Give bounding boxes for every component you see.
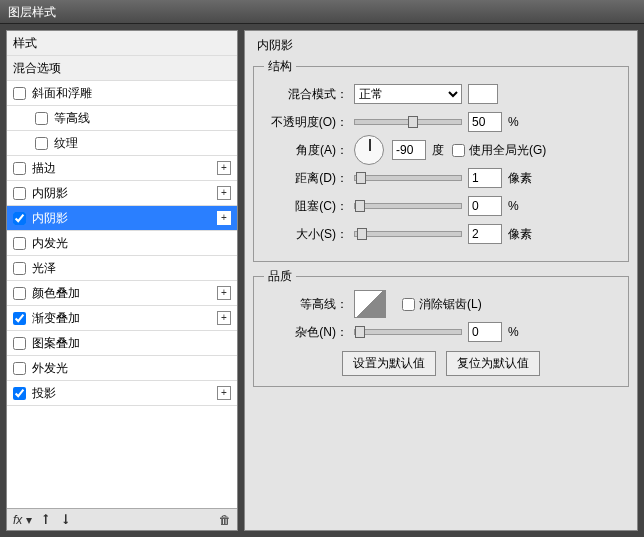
size-label: 大小(S)： — [264, 226, 354, 243]
add-effect-icon[interactable]: + — [217, 286, 231, 300]
quality-legend: 品质 — [264, 268, 296, 285]
fx-label: fx — [13, 513, 22, 527]
style-checkbox[interactable] — [13, 287, 26, 300]
move-up-icon[interactable]: 🠕 — [40, 513, 52, 527]
opacity-label: 不透明度(O)： — [264, 114, 354, 131]
titlebar: 图层样式 — [0, 0, 644, 24]
blend-mode-row: 混合模式： 正常 — [264, 83, 618, 105]
default-buttons-row: 设置为默认值 复位为默认值 — [264, 351, 618, 376]
style-checkbox[interactable] — [13, 312, 26, 325]
style-checkbox[interactable] — [35, 137, 48, 150]
dialog-content: 样式 混合选项 斜面和浮雕等高线纹理描边+内阴影+内阴影+内发光光泽颜色叠加+渐… — [0, 24, 644, 537]
distance-input[interactable] — [468, 168, 502, 188]
style-item-label: 等高线 — [54, 110, 90, 127]
contour-row: 等高线： 消除锯齿(L) — [264, 293, 618, 315]
make-default-button[interactable]: 设置为默认值 — [342, 351, 436, 376]
add-effect-icon[interactable]: + — [217, 211, 231, 225]
style-item[interactable]: 纹理 — [7, 131, 237, 156]
layer-style-dialog: 图层样式 样式 混合选项 斜面和浮雕等高线纹理描边+内阴影+内阴影+内发光光泽颜… — [0, 0, 644, 537]
style-item[interactable]: 斜面和浮雕 — [7, 81, 237, 106]
style-item[interactable]: 等高线 — [7, 106, 237, 131]
antialias-option[interactable]: 消除锯齿(L) — [402, 296, 482, 313]
choke-input[interactable] — [468, 196, 502, 216]
contour-picker[interactable] — [354, 290, 386, 318]
noise-label: 杂色(N)： — [264, 324, 354, 341]
style-checkbox[interactable] — [35, 112, 48, 125]
opacity-slider[interactable] — [354, 119, 462, 125]
angle-row: 角度(A)： 度 使用全局光(G) — [264, 139, 618, 161]
antialias-checkbox[interactable] — [402, 298, 415, 311]
style-item[interactable]: 颜色叠加+ — [7, 281, 237, 306]
style-item[interactable]: 渐变叠加+ — [7, 306, 237, 331]
style-checkbox[interactable] — [13, 362, 26, 375]
styles-list: 样式 混合选项 斜面和浮雕等高线纹理描边+内阴影+内阴影+内发光光泽颜色叠加+渐… — [7, 31, 237, 508]
styles-header[interactable]: 样式 — [7, 31, 237, 56]
style-checkbox[interactable] — [13, 387, 26, 400]
style-item-label: 渐变叠加 — [32, 310, 80, 327]
choke-row: 阻塞(C)： % — [264, 195, 618, 217]
noise-row: 杂色(N)： % — [264, 321, 618, 343]
distance-row: 距离(D)： 像素 — [264, 167, 618, 189]
blend-mode-label: 混合模式： — [264, 86, 354, 103]
style-item[interactable]: 内阴影+ — [7, 206, 237, 231]
style-item-label: 纹理 — [54, 135, 78, 152]
window-title: 图层样式 — [8, 5, 56, 19]
style-item[interactable]: 内阴影+ — [7, 181, 237, 206]
add-effect-icon[interactable]: + — [217, 386, 231, 400]
angle-dial[interactable] — [354, 135, 384, 165]
global-light-label: 使用全局光(G) — [469, 142, 546, 159]
angle-input[interactable] — [392, 140, 426, 160]
delete-icon[interactable]: 🗑 — [219, 513, 231, 527]
style-item-label: 内发光 — [32, 235, 68, 252]
style-item-label: 图案叠加 — [32, 335, 80, 352]
style-item[interactable]: 内发光 — [7, 231, 237, 256]
fx-menu[interactable]: fx ▾ — [13, 513, 32, 527]
structure-legend: 结构 — [264, 58, 296, 75]
move-down-icon[interactable]: 🠗 — [60, 513, 72, 527]
size-input[interactable] — [468, 224, 502, 244]
style-checkbox[interactable] — [13, 237, 26, 250]
style-checkbox[interactable] — [13, 87, 26, 100]
noise-slider[interactable] — [354, 329, 462, 335]
styles-panel: 样式 混合选项 斜面和浮雕等高线纹理描边+内阴影+内阴影+内发光光泽颜色叠加+渐… — [6, 30, 238, 531]
blend-mode-select[interactable]: 正常 — [354, 84, 462, 104]
size-slider[interactable] — [354, 231, 462, 237]
global-light-option[interactable]: 使用全局光(G) — [452, 142, 546, 159]
distance-slider[interactable] — [354, 175, 462, 181]
angle-label: 角度(A)： — [264, 142, 354, 159]
shadow-color-swatch[interactable] — [468, 84, 498, 104]
size-unit: 像素 — [508, 226, 532, 243]
style-item-label: 外发光 — [32, 360, 68, 377]
opacity-input[interactable] — [468, 112, 502, 132]
choke-label: 阻塞(C)： — [264, 198, 354, 215]
noise-input[interactable] — [468, 322, 502, 342]
antialias-label: 消除锯齿(L) — [419, 296, 482, 313]
opacity-row: 不透明度(O)： % — [264, 111, 618, 133]
add-effect-icon[interactable]: + — [217, 161, 231, 175]
style-checkbox[interactable] — [13, 337, 26, 350]
angle-unit: 度 — [432, 142, 444, 159]
distance-unit: 像素 — [508, 170, 532, 187]
add-effect-icon[interactable]: + — [217, 311, 231, 325]
style-item[interactable]: 光泽 — [7, 256, 237, 281]
style-checkbox[interactable] — [13, 187, 26, 200]
style-checkbox[interactable] — [13, 262, 26, 275]
style-item-label: 投影 — [32, 385, 56, 402]
style-checkbox[interactable] — [13, 212, 26, 225]
blend-options-header[interactable]: 混合选项 — [7, 56, 237, 81]
size-row: 大小(S)： 像素 — [264, 223, 618, 245]
style-item[interactable]: 外发光 — [7, 356, 237, 381]
global-light-checkbox[interactable] — [452, 144, 465, 157]
choke-slider[interactable] — [354, 203, 462, 209]
panel-title: 内阴影 — [257, 37, 629, 54]
style-item[interactable]: 描边+ — [7, 156, 237, 181]
add-effect-icon[interactable]: + — [217, 186, 231, 200]
reset-default-button[interactable]: 复位为默认值 — [446, 351, 540, 376]
style-item[interactable]: 投影+ — [7, 381, 237, 406]
style-item[interactable]: 图案叠加 — [7, 331, 237, 356]
structure-group: 结构 混合模式： 正常 不透明度(O)： % 角度(A)： — [253, 58, 629, 262]
style-item-label: 颜色叠加 — [32, 285, 80, 302]
style-item-label: 光泽 — [32, 260, 56, 277]
style-checkbox[interactable] — [13, 162, 26, 175]
distance-label: 距离(D)： — [264, 170, 354, 187]
